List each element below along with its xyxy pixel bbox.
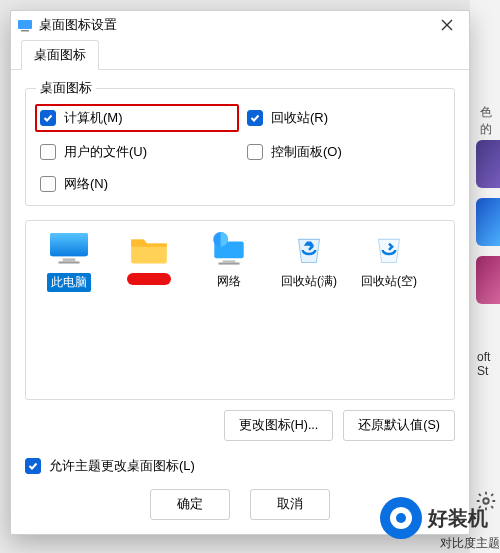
icon-buttons-row: 更改图标(H)... 还原默认值(S) <box>25 410 455 441</box>
checkbox-icon <box>40 144 56 160</box>
cancel-button[interactable]: 取消 <box>250 489 330 520</box>
checkbox-label: 用户的文件(U) <box>64 143 147 161</box>
icon-label: 回收站(满) <box>281 274 337 288</box>
tab-row: 桌面图标 <box>11 39 469 70</box>
svg-rect-9 <box>223 260 236 262</box>
allow-theme-checkbox[interactable]: 允许主题更改桌面图标(L) <box>25 457 455 475</box>
svg-rect-5 <box>63 258 76 261</box>
recycle-bin-empty-icon <box>368 231 410 267</box>
checkbox-icon <box>247 110 263 126</box>
theme-thumbnail <box>476 140 500 188</box>
checkbox-icon <box>25 458 41 474</box>
desktop-icons-group: 桌面图标 计算机(M) 回收站(R) <box>25 88 455 206</box>
desktop-icon-settings-dialog: 桌面图标设置 桌面图标 桌面图标 计算机(M) 回收站 <box>10 10 470 535</box>
titlebar: 桌面图标设置 <box>11 11 469 39</box>
group-legend: 桌面图标 <box>36 80 96 97</box>
theme-thumbnail <box>476 256 500 304</box>
change-icon-button[interactable]: 更改图标(H)... <box>224 410 334 441</box>
theme-thumbnail <box>476 198 500 246</box>
recycle-bin-full-icon <box>288 231 330 267</box>
checkbox-icon <box>40 110 56 126</box>
icon-preview-list[interactable]: 此电脑 网络 回收站(满) <box>25 220 455 400</box>
folder-icon <box>128 231 170 267</box>
restore-defaults-button[interactable]: 还原默认值(S) <box>343 410 455 441</box>
bg-text-snippet: 色的 <box>480 104 500 138</box>
svg-rect-1 <box>18 20 32 29</box>
bg-text-snippet: oft St <box>477 350 500 378</box>
icon-label: 回收站(空) <box>361 274 417 288</box>
window-title: 桌面图标设置 <box>39 17 431 34</box>
icon-user-folder[interactable] <box>112 231 186 288</box>
icon-recycle-bin-empty[interactable]: 回收站(空) <box>352 231 426 290</box>
checkbox-label: 允许主题更改桌面图标(L) <box>49 457 195 475</box>
tab-desktop-icons[interactable]: 桌面图标 <box>21 40 99 70</box>
checkbox-label: 网络(N) <box>64 175 108 193</box>
close-button[interactable] <box>431 13 463 37</box>
checkbox-icon <box>247 144 263 160</box>
watermark: 好装机 <box>380 497 488 539</box>
icon-recycle-bin-full[interactable]: 回收站(满) <box>272 231 346 290</box>
svg-rect-4 <box>50 233 88 256</box>
window-icon <box>17 17 33 33</box>
checkbox-computer-highlighted[interactable]: 计算机(M) <box>35 104 239 132</box>
ok-button[interactable]: 确定 <box>150 489 230 520</box>
redacted-label <box>127 273 171 285</box>
svg-rect-10 <box>218 262 239 264</box>
icon-this-pc[interactable]: 此电脑 <box>32 231 106 292</box>
checkbox-control-panel[interactable]: 控制面板(O) <box>247 143 440 161</box>
icon-label: 网络 <box>217 274 241 288</box>
monitor-icon <box>48 231 90 267</box>
checkbox-grid: 计算机(M) 回收站(R) 用户的文件(U) <box>40 107 440 193</box>
checkbox-user-files[interactable]: 用户的文件(U) <box>40 143 233 161</box>
network-icon <box>208 231 250 267</box>
icon-network[interactable]: 网络 <box>192 231 266 290</box>
svg-rect-2 <box>21 30 29 32</box>
checkbox-recycle-bin[interactable]: 回收站(R) <box>247 107 440 129</box>
checkbox-label: 控制面板(O) <box>271 143 342 161</box>
icon-label: 此电脑 <box>47 273 91 292</box>
svg-rect-6 <box>58 261 79 263</box>
watermark-logo-icon <box>380 497 422 539</box>
dialog-content: 桌面图标 计算机(M) 回收站(R) <box>11 70 469 479</box>
checkbox-icon <box>40 176 56 192</box>
watermark-text: 好装机 <box>428 505 488 532</box>
checkbox-label: 回收站(R) <box>271 109 328 127</box>
checkbox-network[interactable]: 网络(N) <box>40 175 233 193</box>
checkbox-label: 计算机(M) <box>64 109 123 127</box>
